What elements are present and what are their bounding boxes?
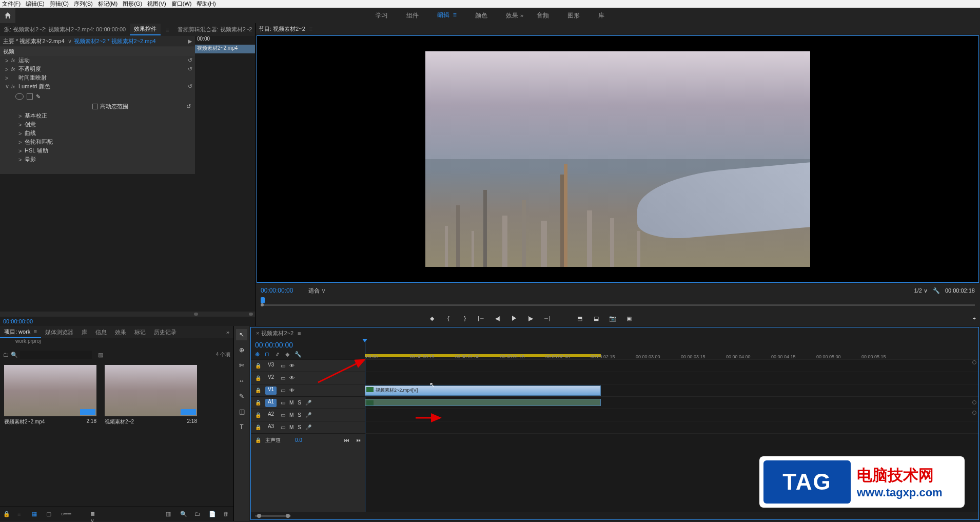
track-head-V1[interactable]: 🔒V1▭👁: [251, 384, 365, 396]
menu-编辑(E)[interactable]: 编辑(E): [26, 0, 45, 8]
snapshot-icon[interactable]: 📷: [609, 314, 617, 322]
tl-option-3[interactable]: ◆: [285, 351, 289, 358]
source-timecode[interactable]: 00:00:00:00: [0, 317, 255, 326]
tab-menu-icon[interactable]: ≡: [162, 25, 173, 34]
tl-option-2[interactable]: ⫽: [275, 351, 280, 358]
pen-tool[interactable]: ✎: [236, 391, 247, 402]
ellipse-mask-icon[interactable]: [15, 93, 24, 100]
chevron-down-icon[interactable]: ∨: [68, 38, 72, 45]
effect-scrollbar[interactable]: [0, 312, 255, 317]
track-head-A2[interactable]: 🔒A2▭MS🎤: [251, 409, 365, 421]
project-tab-1[interactable]: 媒体浏览器: [41, 327, 77, 338]
lock-icon[interactable]: 🔒: [255, 400, 261, 405]
freeform-view-icon[interactable]: ▢: [46, 511, 53, 518]
voice-icon[interactable]: 🎤: [305, 424, 311, 430]
play-icon[interactable]: ▶: [188, 38, 192, 45]
lumetri-创意[interactable]: >创意: [0, 120, 195, 129]
zoom-fit-select[interactable]: 适合 ∨: [308, 287, 326, 295]
toggle-output-icon[interactable]: 👁: [289, 375, 295, 381]
export-frame-icon[interactable]: ▣: [625, 314, 633, 322]
effect-运动[interactable]: >fx运动↺: [0, 56, 195, 65]
extract-icon[interactable]: ⬓: [592, 314, 600, 322]
menu-标记(M)[interactable]: 标记(M): [98, 0, 118, 8]
mark-out-icon[interactable]: }: [461, 314, 469, 322]
icon-view-icon[interactable]: ▦: [32, 511, 39, 518]
automate-seq-icon[interactable]: ▥: [166, 511, 173, 518]
sync-lock-icon[interactable]: ▭: [281, 412, 285, 418]
bin-icon[interactable]: 🗀: [3, 352, 9, 358]
lock-icon[interactable]: 🔒: [255, 388, 261, 393]
lock-icon[interactable]: 🔒: [255, 412, 261, 418]
delete-icon[interactable]: 🗑: [223, 511, 230, 518]
timeline-tab[interactable]: 视频素材2~2: [261, 330, 293, 337]
menu-窗口(W)[interactable]: 窗口(W): [171, 0, 192, 8]
project-tab-2[interactable]: 库: [77, 327, 91, 338]
button-editor-icon[interactable]: +: [973, 315, 976, 321]
track-head-V2[interactable]: 🔒V2▭👁: [251, 372, 365, 384]
program-timecode[interactable]: 00:00:00:00: [261, 287, 293, 294]
program-tab-menu-icon[interactable]: ≡: [309, 26, 312, 32]
sync-lock-icon[interactable]: ▭: [281, 363, 285, 369]
write-lock-icon[interactable]: 🔒: [3, 511, 10, 518]
settings-icon[interactable]: 🔧: [933, 287, 940, 294]
track-head-A1[interactable]: 🔒A1▭MS🎤: [251, 396, 365, 409]
timeline-ruler[interactable]: :00:0000:00:00:1500:00:01:0000:00:01:150…: [365, 339, 978, 359]
reset-icon[interactable]: ↺: [186, 103, 191, 110]
home-button[interactable]: [0, 8, 15, 23]
step-back-icon[interactable]: ◀|: [494, 314, 502, 322]
goto-in-icon[interactable]: |←: [477, 314, 485, 322]
v-scroll-indicator[interactable]: [972, 400, 976, 404]
lumetri-HSL 辅助[interactable]: >HSL 辅助: [0, 146, 195, 155]
filter-icon[interactable]: ▧: [98, 352, 103, 358]
effect-时间重映射[interactable]: >时间重映射: [0, 73, 195, 82]
ripple-edit[interactable]: ✄: [236, 360, 247, 371]
project-tab-0[interactable]: 项目: work ≡: [0, 326, 41, 338]
master-track-head[interactable]: 🔒主声道0.0⏮⏭: [251, 433, 365, 447]
project-tab-3[interactable]: 信息: [91, 327, 111, 338]
lock-icon[interactable]: 🔒: [255, 363, 261, 369]
sync-lock-icon[interactable]: ▭: [281, 400, 285, 405]
sync-lock-icon[interactable]: ▭: [281, 375, 285, 381]
menu-文件(F)[interactable]: 文件(F): [2, 0, 21, 8]
project-tabs-overflow[interactable]: »: [222, 327, 233, 337]
tab-effect-controls[interactable]: 效果控件: [130, 24, 161, 35]
goto-out-icon[interactable]: →|: [543, 314, 551, 322]
program-tab[interactable]: 节目: 视频素材2~2: [259, 25, 305, 33]
mark-in-icon[interactable]: {: [444, 314, 453, 322]
timeline-tab-menu-icon[interactable]: ≡: [298, 330, 301, 336]
toggle-output-icon[interactable]: 👁: [289, 363, 295, 369]
voice-icon[interactable]: 🎤: [305, 400, 311, 405]
lift-icon[interactable]: ⬒: [576, 314, 584, 322]
rect-tool[interactable]: ◫: [236, 406, 247, 417]
sync-lock-icon[interactable]: ▭: [281, 424, 285, 430]
find-icon[interactable]: 🔍: [180, 511, 187, 518]
menu-剪辑(C)[interactable]: 剪辑(C): [50, 0, 69, 8]
play-icon[interactable]: [510, 314, 518, 322]
tl-option-4[interactable]: 🔧: [295, 351, 302, 358]
resolution-select[interactable]: 1/2 ∨: [914, 287, 928, 294]
list-view-icon[interactable]: ≡: [17, 511, 25, 518]
program-mini-timeline[interactable]: [256, 297, 980, 311]
new-item-icon[interactable]: 📄: [209, 511, 216, 518]
hdr-checkbox[interactable]: [92, 104, 98, 109]
search-input[interactable]: [20, 351, 92, 359]
selection-tool[interactable]: ↖: [236, 329, 247, 340]
clip-a1[interactable]: [365, 399, 601, 406]
effect-sequence-link[interactable]: 视频素材2~2 * 视频素材2~2.mp4: [74, 37, 156, 45]
new-bin-icon[interactable]: 🗀: [194, 511, 202, 518]
menu-图形(G)[interactable]: 图形(G): [123, 0, 142, 8]
menu-帮助(H)[interactable]: 帮助(H): [197, 0, 215, 8]
track-head-V3[interactable]: 🔒V3▭👁: [251, 359, 365, 372]
lock-icon[interactable]: 🔒: [255, 437, 261, 443]
lock-icon[interactable]: 🔒: [255, 375, 261, 381]
rect-mask-icon[interactable]: [27, 93, 33, 100]
menu-视图(V)[interactable]: 视图(V): [147, 0, 166, 8]
lumetri-色轮和匹配[interactable]: >色轮和匹配: [0, 138, 195, 146]
v-scroll-indicator[interactable]: [972, 411, 976, 415]
tab-source[interactable]: 源: 视频素材2~2: 视频素材2~2.mp4: 00:00:00:00: [0, 24, 130, 35]
timeline-scrollbar[interactable]: [251, 512, 978, 519]
tl-option-0[interactable]: ❋: [255, 351, 260, 358]
add-marker-icon[interactable]: ◆: [428, 314, 436, 322]
menu-序列(S)[interactable]: 序列(S): [74, 0, 93, 8]
clip-item[interactable]: 视频素材2~22:18: [105, 365, 197, 426]
